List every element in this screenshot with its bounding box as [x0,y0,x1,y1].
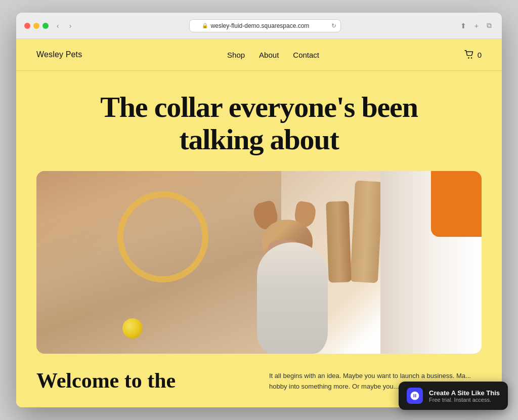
svg-point-0 [468,57,469,58]
cta-banner[interactable]: Create A Site Like This Free trial. Inst… [399,382,508,410]
cta-subtitle: Free trial. Instant access. [429,397,500,403]
browser-right-buttons: ⬆ + ⧉ [456,19,494,32]
site-nav: Wesley Pets Shop About Contact 0 [16,39,502,71]
squarespace-logo-icon [410,391,420,401]
nav-about[interactable]: About [259,51,279,59]
back-button[interactable]: ‹ [55,20,61,32]
traffic-light-fullscreen[interactable] [42,23,49,29]
cardboard-tube-1 [350,180,383,283]
hero-headline-line1: The collar everyone's been [100,91,418,123]
traffic-light-minimize[interactable] [33,23,39,29]
share-button[interactable]: ⬆ [458,20,468,32]
site-content: Wesley Pets Shop About Contact 0 The col… [16,39,502,407]
hero-section: The collar everyone's been talking about [16,71,502,171]
scene-orange-accent [431,171,482,237]
traffic-light-close[interactable] [24,23,30,29]
dog-scene [36,171,482,354]
cta-title: Create A Site Like This [429,389,500,397]
address-bar[interactable]: 🔒 wesley-fluid-demo.squarespace.com ↻ [189,19,341,32]
cart-count: 0 [478,51,482,59]
welcome-text-left: Welcome to the [36,369,249,392]
hero-image [36,171,482,354]
hero-image-bg [36,171,482,354]
welcome-headline-line1: Welcome to the [36,369,176,392]
dog-body [257,242,328,354]
forward-button[interactable]: › [67,20,74,32]
browser-window: ‹ › 🔒 wesley-fluid-demo.squarespace.com … [16,13,502,407]
welcome-headline: Welcome to the [36,369,249,392]
cart-area[interactable]: 0 [464,50,482,59]
new-tab-button[interactable]: + [472,20,481,32]
cart-icon [464,50,474,59]
tab-overview-button[interactable]: ⧉ [485,19,494,32]
svg-point-1 [471,57,472,58]
scene-ball [122,318,143,339]
url-text: wesley-fluid-demo.squarespace.com [211,22,310,29]
hero-headline: The collar everyone's been talking about [36,91,482,156]
nav-contact[interactable]: Contact [293,51,319,59]
address-bar-container: 🔒 wesley-fluid-demo.squarespace.com ↻ [79,19,450,32]
reload-button[interactable]: ↻ [331,22,336,29]
site-logo: Wesley Pets [36,50,82,59]
dog-figure [237,202,348,354]
cta-text-block: Create A Site Like This Free trial. Inst… [429,389,500,403]
browser-chrome: ‹ › 🔒 wesley-fluid-demo.squarespace.com … [16,13,502,39]
lock-icon: 🔒 [202,23,208,28]
squarespace-icon [407,388,423,404]
nav-shop[interactable]: Shop [227,51,245,59]
nav-links: Shop About Contact [227,51,319,59]
traffic-lights [24,23,49,29]
hero-headline-line2: talking about [179,123,338,156]
